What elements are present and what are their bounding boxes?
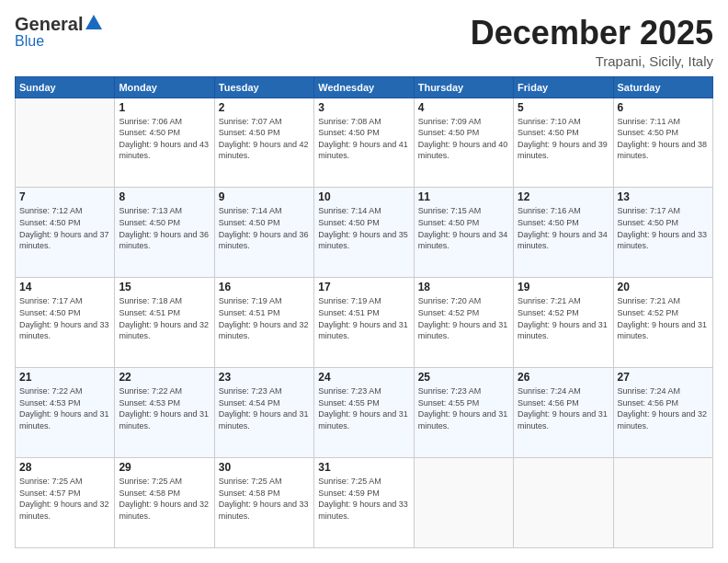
day-number: 24 [318,371,409,384]
day-number: 31 [318,461,409,474]
calendar-week-row: 28Sunrise: 7:25 AMSunset: 4:57 PMDayligh… [16,458,713,548]
calendar-header-row: SundayMondayTuesdayWednesdayThursdayFrid… [16,76,713,98]
month-title: December 2025 [471,15,713,52]
calendar-day-cell: 26Sunrise: 7:24 AMSunset: 4:56 PMDayligh… [514,368,613,458]
day-info: Sunrise: 7:24 AMSunset: 4:56 PMDaylight:… [618,385,709,431]
day-number: 30 [219,461,310,474]
weekday-header: Sunday [16,76,115,98]
calendar-day-cell: 10Sunrise: 7:14 AMSunset: 4:50 PMDayligh… [314,188,414,278]
day-info: Sunrise: 7:25 AMSunset: 4:59 PMDaylight:… [318,476,409,522]
day-number: 20 [618,281,709,293]
day-number: 8 [119,190,210,203]
day-number: 2 [219,101,310,114]
calendar-day-cell: 20Sunrise: 7:21 AMSunset: 4:52 PMDayligh… [613,278,712,368]
day-number: 19 [518,281,609,293]
day-info: Sunrise: 7:25 AMSunset: 4:57 PMDaylight:… [19,476,110,522]
calendar-day-cell: 4Sunrise: 7:09 AMSunset: 4:50 PMDaylight… [414,98,513,188]
day-info: Sunrise: 7:17 AMSunset: 4:50 PMDaylight:… [618,205,709,251]
logo-text: General [15,15,102,33]
day-number: 9 [219,190,310,203]
day-info: Sunrise: 7:12 AMSunset: 4:50 PMDaylight:… [19,205,110,251]
calendar: SundayMondayTuesdayWednesdayThursdayFrid… [15,76,713,548]
calendar-day-cell: 25Sunrise: 7:23 AMSunset: 4:55 PMDayligh… [414,368,513,458]
day-info: Sunrise: 7:22 AMSunset: 4:53 PMDaylight:… [119,385,210,431]
calendar-day-cell: 23Sunrise: 7:23 AMSunset: 4:54 PMDayligh… [214,368,313,458]
day-number: 21 [19,371,110,384]
logo: General Blue [15,15,102,50]
calendar-day-cell: 28Sunrise: 7:25 AMSunset: 4:57 PMDayligh… [16,458,115,548]
calendar-day-cell: 24Sunrise: 7:23 AMSunset: 4:55 PMDayligh… [314,368,414,458]
day-number: 16 [219,281,310,293]
logo-triangle-icon [85,15,102,29]
logo-general: General [15,15,83,33]
day-info: Sunrise: 7:23 AMSunset: 4:55 PMDaylight:… [318,385,409,431]
calendar-day-cell: 8Sunrise: 7:13 AMSunset: 4:50 PMDaylight… [115,188,214,278]
weekday-header: Tuesday [214,76,313,98]
calendar-day-cell: 13Sunrise: 7:17 AMSunset: 4:50 PMDayligh… [613,188,712,278]
day-info: Sunrise: 7:11 AMSunset: 4:50 PMDaylight:… [618,116,709,162]
title-section: December 2025 Trapani, Sicily, Italy [471,15,713,69]
day-number: 3 [318,101,409,114]
day-info: Sunrise: 7:19 AMSunset: 4:51 PMDaylight:… [318,295,409,341]
calendar-day-cell: 30Sunrise: 7:25 AMSunset: 4:58 PMDayligh… [214,458,313,548]
header: General Blue December 2025 Trapani, Sici… [15,15,713,69]
calendar-day-cell: 3Sunrise: 7:08 AMSunset: 4:50 PMDaylight… [314,98,414,188]
location: Trapani, Sicily, Italy [471,53,713,69]
day-number: 25 [418,371,509,384]
day-number: 10 [318,190,409,203]
day-info: Sunrise: 7:13 AMSunset: 4:50 PMDaylight:… [119,205,210,251]
calendar-day-cell: 22Sunrise: 7:22 AMSunset: 4:53 PMDayligh… [115,368,214,458]
day-number: 1 [119,101,210,114]
day-info: Sunrise: 7:19 AMSunset: 4:51 PMDaylight:… [219,295,310,341]
day-info: Sunrise: 7:07 AMSunset: 4:50 PMDaylight:… [219,116,310,162]
day-number: 29 [119,461,210,474]
calendar-day-cell: 19Sunrise: 7:21 AMSunset: 4:52 PMDayligh… [514,278,613,368]
day-info: Sunrise: 7:18 AMSunset: 4:51 PMDaylight:… [119,295,210,341]
calendar-day-cell: 5Sunrise: 7:10 AMSunset: 4:50 PMDaylight… [514,98,613,188]
day-info: Sunrise: 7:20 AMSunset: 4:52 PMDaylight:… [418,295,509,341]
calendar-day-cell: 27Sunrise: 7:24 AMSunset: 4:56 PMDayligh… [613,368,712,458]
calendar-day-cell [613,458,712,548]
day-info: Sunrise: 7:25 AMSunset: 4:58 PMDaylight:… [219,476,310,522]
day-number: 23 [219,371,310,384]
day-info: Sunrise: 7:23 AMSunset: 4:55 PMDaylight:… [418,385,509,431]
calendar-day-cell: 16Sunrise: 7:19 AMSunset: 4:51 PMDayligh… [214,278,313,368]
day-info: Sunrise: 7:08 AMSunset: 4:50 PMDaylight:… [318,116,409,162]
calendar-day-cell: 17Sunrise: 7:19 AMSunset: 4:51 PMDayligh… [314,278,414,368]
day-number: 26 [518,371,609,384]
day-info: Sunrise: 7:09 AMSunset: 4:50 PMDaylight:… [418,116,509,162]
calendar-day-cell [16,98,115,188]
day-number: 14 [19,281,110,293]
calendar-day-cell: 21Sunrise: 7:22 AMSunset: 4:53 PMDayligh… [16,368,115,458]
day-number: 5 [518,101,609,114]
day-number: 4 [418,101,509,114]
weekday-header: Saturday [613,76,712,98]
calendar-week-row: 14Sunrise: 7:17 AMSunset: 4:50 PMDayligh… [16,278,713,368]
logo-blue: Blue [15,33,44,50]
calendar-day-cell: 14Sunrise: 7:17 AMSunset: 4:50 PMDayligh… [16,278,115,368]
day-number: 22 [119,371,210,384]
calendar-day-cell: 7Sunrise: 7:12 AMSunset: 4:50 PMDaylight… [16,188,115,278]
day-info: Sunrise: 7:25 AMSunset: 4:58 PMDaylight:… [119,476,210,522]
day-info: Sunrise: 7:24 AMSunset: 4:56 PMDaylight:… [518,385,609,431]
calendar-day-cell: 15Sunrise: 7:18 AMSunset: 4:51 PMDayligh… [115,278,214,368]
weekday-header: Monday [115,76,214,98]
day-info: Sunrise: 7:14 AMSunset: 4:50 PMDaylight:… [219,205,310,251]
day-info: Sunrise: 7:21 AMSunset: 4:52 PMDaylight:… [618,295,709,341]
day-info: Sunrise: 7:15 AMSunset: 4:50 PMDaylight:… [418,205,509,251]
calendar-day-cell: 9Sunrise: 7:14 AMSunset: 4:50 PMDaylight… [214,188,313,278]
day-info: Sunrise: 7:23 AMSunset: 4:54 PMDaylight:… [219,385,310,431]
calendar-week-row: 1Sunrise: 7:06 AMSunset: 4:50 PMDaylight… [16,98,713,188]
calendar-day-cell [514,458,613,548]
day-number: 18 [418,281,509,293]
page: General Blue December 2025 Trapani, Sici… [0,0,728,563]
day-number: 15 [119,281,210,293]
day-number: 28 [19,461,110,474]
day-number: 11 [418,190,509,203]
day-number: 12 [518,190,609,203]
calendar-day-cell: 11Sunrise: 7:15 AMSunset: 4:50 PMDayligh… [414,188,513,278]
calendar-day-cell: 29Sunrise: 7:25 AMSunset: 4:58 PMDayligh… [115,458,214,548]
calendar-day-cell [414,458,513,548]
day-info: Sunrise: 7:16 AMSunset: 4:50 PMDaylight:… [518,205,609,251]
day-info: Sunrise: 7:14 AMSunset: 4:50 PMDaylight:… [318,205,409,251]
